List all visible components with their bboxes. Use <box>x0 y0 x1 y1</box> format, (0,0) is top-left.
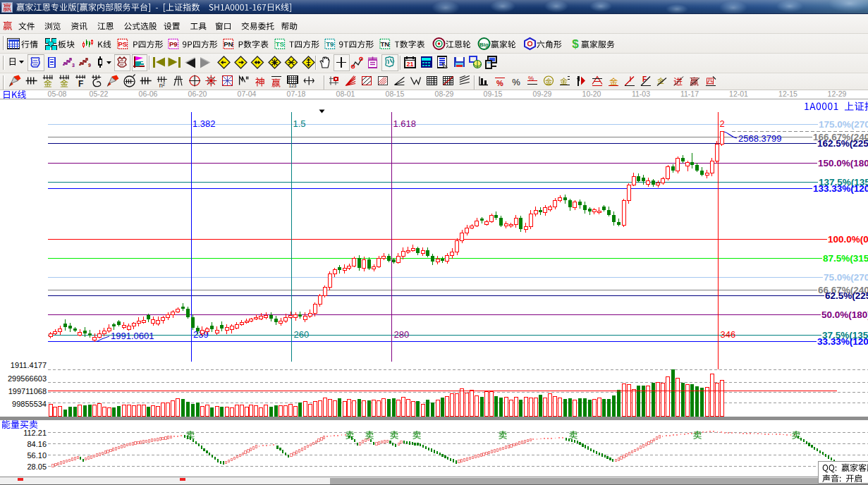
svg-text:08-29: 08-29 <box>435 90 454 98</box>
svg-text:260: 260 <box>294 329 310 340</box>
svg-text:06-06: 06-06 <box>139 90 158 98</box>
svg-text:P9: P9 <box>169 40 178 48</box>
svg-text:299566603: 299566603 <box>8 374 47 383</box>
svg-text:1.5: 1.5 <box>293 118 306 129</box>
svg-text:12-01: 12-01 <box>729 90 748 98</box>
svg-text:12-29: 12-29 <box>828 90 847 98</box>
svg-text:05-22: 05-22 <box>90 90 109 98</box>
svg-text:175.0%(270): 175.0%(270) <box>819 119 868 130</box>
svg-text:10-20: 10-20 <box>582 90 601 98</box>
svg-text:09-29: 09-29 <box>533 90 552 98</box>
svg-text:%: % <box>496 79 503 87</box>
svg-text:T9: T9 <box>326 40 334 48</box>
svg-text:PN: PN <box>224 40 233 48</box>
svg-text:12-15: 12-15 <box>778 90 797 98</box>
svg-text:n²: n² <box>159 82 165 89</box>
svg-text:280: 280 <box>394 329 410 340</box>
svg-text:3: 3 <box>72 63 75 68</box>
svg-text:05-08: 05-08 <box>48 90 67 98</box>
svg-text:99855534: 99855534 <box>12 400 47 408</box>
svg-text:%: % <box>528 75 534 82</box>
svg-text:07-18: 07-18 <box>287 90 306 98</box>
svg-text:2: 2 <box>720 118 725 129</box>
svg-text:162.5%(225): 162.5%(225) <box>817 138 868 149</box>
svg-text:1911.4177: 1911.4177 <box>11 361 47 369</box>
svg-text:100.0%(0): 100.0%(0) <box>828 234 868 245</box>
svg-text:346: 346 <box>721 329 736 340</box>
svg-text:06-20: 06-20 <box>188 90 207 98</box>
svg-text:08-01: 08-01 <box>336 90 355 98</box>
svg-text:87.5%(315): 87.5%(315) <box>823 253 868 264</box>
svg-text:PS: PS <box>118 40 127 48</box>
svg-text:123: 123 <box>289 83 297 88</box>
svg-text:62.5%(225): 62.5%(225) <box>825 290 868 301</box>
svg-text:11-03: 11-03 <box>632 90 650 98</box>
svg-text:Big: Big <box>479 42 489 48</box>
svg-text:%: % <box>512 77 520 87</box>
svg-text:56.10: 56.10 <box>27 451 47 460</box>
svg-text:75.0%(270): 75.0%(270) <box>824 272 868 283</box>
svg-text:1.382: 1.382 <box>192 118 216 129</box>
svg-text:28.05: 28.05 <box>27 462 47 471</box>
svg-text:F: F <box>78 79 83 89</box>
svg-text:07-04: 07-04 <box>238 90 257 98</box>
svg-text:TS: TS <box>276 40 284 48</box>
svg-text:150.0%(180): 150.0%(180) <box>818 158 868 168</box>
svg-text:33.33%(120): 33.33%(120) <box>817 336 868 347</box>
svg-text:21: 21 <box>406 61 413 68</box>
svg-text:F: F <box>642 75 647 83</box>
svg-text:$: $ <box>572 37 579 51</box>
svg-text:1.618: 1.618 <box>393 118 417 129</box>
svg-text:—: — <box>862 133 868 143</box>
svg-text:08-15: 08-15 <box>386 90 405 98</box>
svg-text:09-15: 09-15 <box>484 90 503 98</box>
svg-text:1991.0601: 1991.0601 <box>111 331 154 341</box>
svg-text:11-17: 11-17 <box>680 90 699 98</box>
svg-text:112.21: 112.21 <box>23 429 47 437</box>
svg-text:2568.3799: 2568.3799 <box>738 133 781 144</box>
svg-text:50.0%(180): 50.0%(180) <box>821 309 868 320</box>
svg-text:133.33%(120): 133.33%(120) <box>813 183 868 194</box>
svg-text:TN: TN <box>380 40 389 48</box>
svg-text:9: 9 <box>88 63 91 68</box>
svg-text:84.16: 84.16 <box>27 440 47 448</box>
svg-text:199711068: 199711068 <box>8 387 47 395</box>
